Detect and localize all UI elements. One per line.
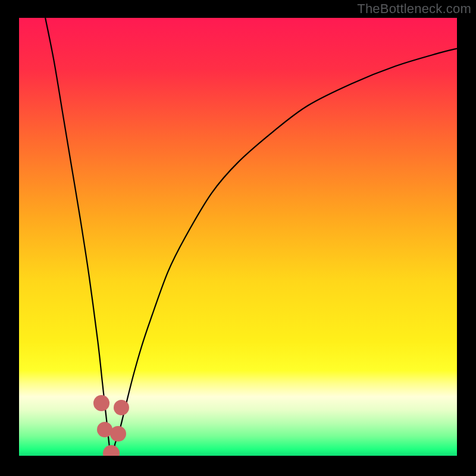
outer-frame: TheBottleneck.com [0,0,476,476]
plot-area [19,18,457,456]
watermark-text: TheBottleneck.com [357,1,471,17]
curve-layer [19,18,457,456]
marker-left-upper [93,395,109,411]
marker-bottom [103,445,120,456]
marker-right-lower [110,426,126,441]
bottleneck-curve [45,18,457,456]
